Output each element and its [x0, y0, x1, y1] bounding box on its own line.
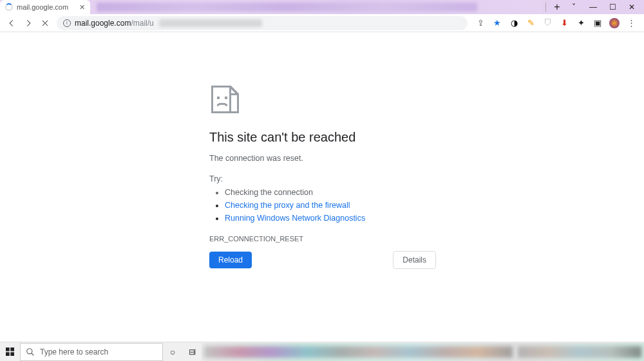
- tabs-dropdown-button[interactable]: ˅: [564, 0, 583, 14]
- tab-separator: [545, 3, 546, 12]
- extension-icon-2[interactable]: ✎: [526, 18, 536, 28]
- extension-icon-3[interactable]: ⛉: [542, 18, 553, 28]
- svg-point-7: [27, 348, 32, 353]
- svg-rect-4: [10, 347, 14, 351]
- other-tabs-blurred[interactable]: [90, 0, 542, 14]
- tab-close-button[interactable]: ✕: [79, 3, 85, 12]
- error-suggestions-list: Checking the connection Checking the pro…: [209, 186, 436, 225]
- suggestion-item: Running Windows Network Diagnostics: [225, 212, 436, 225]
- tab-title: mail.google.com: [17, 3, 68, 11]
- sad-page-icon: [209, 84, 240, 115]
- url-text: mail.google.com/mail/u: [75, 19, 154, 28]
- details-button[interactable]: Details: [393, 251, 436, 269]
- cortana-button[interactable]: ○: [163, 342, 182, 362]
- svg-rect-1: [217, 97, 220, 99]
- error-code: ERR_CONNECTION_RESET: [209, 235, 436, 243]
- start-button[interactable]: [0, 342, 19, 362]
- taskbar-search-box[interactable]: Type here to search: [20, 343, 163, 361]
- svg-rect-2: [225, 97, 227, 99]
- suggestion-item: Checking the connection: [225, 186, 436, 199]
- nav-stop-button[interactable]: [37, 15, 53, 31]
- tab-strip: mail.google.com ✕ + ˅ — ☐ ✕: [0, 0, 644, 14]
- svg-rect-5: [6, 352, 10, 356]
- svg-rect-6: [10, 352, 14, 356]
- proxy-firewall-link[interactable]: Checking the proxy and the firewall: [225, 201, 350, 210]
- chrome-menu-icon[interactable]: ⋮: [626, 18, 636, 28]
- extension-icon-4[interactable]: ⬇: [559, 18, 569, 28]
- search-placeholder: Type here to search: [40, 347, 108, 356]
- svg-rect-3: [6, 347, 10, 351]
- extensions-puzzle-icon[interactable]: ✦: [576, 18, 586, 28]
- extension-icon-1[interactable]: ◑: [509, 18, 519, 28]
- error-try-label: Try:: [209, 174, 436, 183]
- window-maximize-button[interactable]: ☐: [603, 0, 622, 14]
- profile-avatar-icon[interactable]: [609, 18, 620, 28]
- loading-spinner-icon: [5, 3, 13, 11]
- error-subtitle: The connection was reset.: [209, 154, 436, 163]
- page-content: This site can't be reached The connectio…: [0, 32, 644, 342]
- suggestion-item: Checking the proxy and the firewall: [225, 199, 436, 212]
- address-bar[interactable]: i mail.google.com/mail/u: [57, 16, 468, 30]
- browser-toolbar: i mail.google.com/mail/u ⇪ ★ ◑ ✎ ⛉ ⬇ ✦ ▣…: [0, 14, 644, 32]
- taskbar-apps-blurred[interactable]: [202, 343, 515, 361]
- network-diagnostics-link[interactable]: Running Windows Network Diagnostics: [225, 214, 365, 223]
- system-tray-blurred[interactable]: [515, 343, 644, 361]
- error-title: This site can't be reached: [209, 130, 436, 145]
- windows-taskbar: Type here to search ○ ⊟⁞: [0, 342, 644, 361]
- side-panel-icon[interactable]: ▣: [592, 18, 603, 28]
- reload-button[interactable]: Reload: [209, 252, 252, 268]
- bookmark-star-icon[interactable]: ★: [492, 18, 502, 28]
- site-info-icon[interactable]: i: [63, 19, 71, 27]
- search-icon: [26, 347, 35, 356]
- window-close-button[interactable]: ✕: [622, 0, 641, 14]
- task-view-button[interactable]: ⊟⁞: [182, 342, 202, 362]
- nav-forward-button[interactable]: [21, 15, 36, 31]
- nav-back-button[interactable]: [4, 15, 19, 31]
- new-tab-button[interactable]: +: [550, 0, 564, 14]
- share-icon[interactable]: ⇪: [475, 18, 486, 28]
- window-minimize-button[interactable]: —: [583, 0, 603, 14]
- url-blurred-portion: [159, 19, 262, 27]
- browser-tab-active[interactable]: mail.google.com ✕: [0, 0, 90, 14]
